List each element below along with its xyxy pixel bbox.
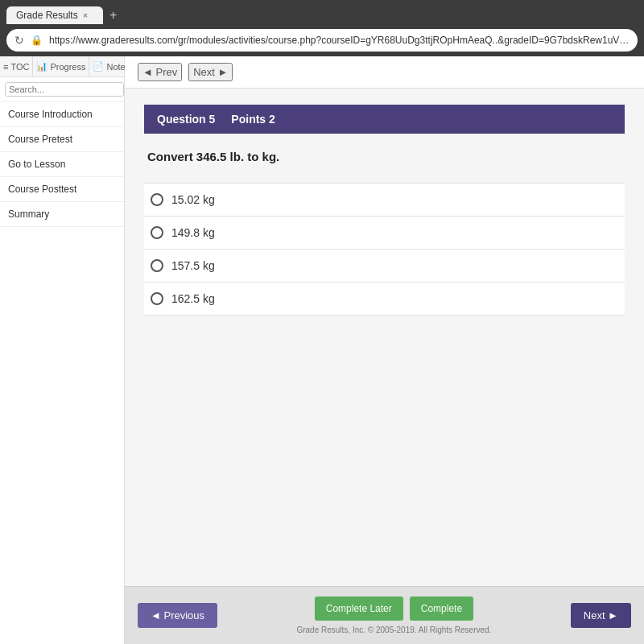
sidebar-item-course-intro[interactable]: Course Introduction: [0, 102, 124, 127]
tab-close-icon[interactable]: ×: [83, 10, 88, 20]
complete-later-button[interactable]: Complete Later: [315, 597, 403, 621]
option-4-label: 162.5 kg: [171, 292, 215, 305]
lock-icon: 🔒: [31, 35, 43, 46]
next-nav-button[interactable]: Next ►: [188, 63, 233, 81]
search-input[interactable]: [5, 82, 124, 97]
option-1-label: 15.02 kg: [171, 193, 215, 206]
question-number: Question 5: [157, 113, 215, 126]
sidebar-item-course-pretest[interactable]: Course Pretest: [0, 127, 124, 152]
option-3[interactable]: 157.5 kg: [144, 250, 625, 283]
radio-option-3[interactable]: [151, 259, 163, 272]
option-1[interactable]: 15.02 kg: [144, 183, 625, 217]
footer-center: Complete Later Complete Grade Results, I…: [296, 597, 491, 634]
browser-tab[interactable]: Grade Results ×: [6, 6, 103, 24]
new-tab-button[interactable]: +: [103, 5, 123, 26]
copyright-text: Grade Results, Inc. © 2005-2019. All Rig…: [296, 625, 491, 634]
option-2[interactable]: 149.8 kg: [144, 217, 625, 250]
sidebar: ≡ TOC 📊 Progress 📄 Notes 🔍 Course Introd…: [0, 56, 125, 644]
radio-option-2[interactable]: [151, 226, 163, 239]
reload-icon[interactable]: ↻: [14, 34, 24, 47]
bottom-bar: ◄ Previous Complete Later Complete Grade…: [125, 586, 644, 644]
tab-title: Grade Results: [16, 10, 78, 21]
option-3-label: 157.5 kg: [171, 259, 215, 272]
complete-button[interactable]: Complete: [410, 597, 473, 621]
next-bottom-button[interactable]: Next ►: [571, 603, 631, 628]
tab-progress[interactable]: 📊 Progress: [33, 56, 89, 76]
question-container: Question 5 Points 2 Convert 346.5 lb. to…: [125, 89, 644, 586]
sidebar-tab-bar: ≡ TOC 📊 Progress 📄 Notes: [0, 56, 124, 77]
question-text: Convert 346.5 lb. to kg.: [144, 150, 625, 163]
sidebar-item-summary[interactable]: Summary: [0, 202, 124, 227]
sidebar-search-bar: 🔍: [0, 77, 124, 102]
radio-option-1[interactable]: [151, 193, 163, 206]
sidebar-item-course-posttest[interactable]: Course Posttest: [0, 177, 124, 202]
options-list: 15.02 kg 149.8 kg 157.5 kg 162.5 kg: [144, 183, 625, 316]
radio-option-4[interactable]: [151, 292, 163, 305]
question-points: Points 2: [231, 113, 275, 126]
prev-nav-button[interactable]: ◄ Prev: [138, 63, 182, 81]
sidebar-item-go-to-lesson[interactable]: Go to Lesson: [0, 152, 124, 177]
previous-button[interactable]: ◄ Previous: [138, 603, 217, 628]
progress-icon: 📊: [36, 61, 47, 72]
url-bar[interactable]: https://www.graderesults.com/gr/modules/…: [49, 35, 630, 46]
content-area: ◄ Prev Next ► Question 5 Points 2 Conver…: [125, 56, 644, 644]
option-4[interactable]: 162.5 kg: [144, 283, 625, 316]
question-header: Question 5 Points 2: [144, 105, 625, 134]
tab-toc[interactable]: ≡ TOC: [0, 56, 33, 76]
toc-icon: ≡: [3, 62, 8, 72]
option-2-label: 149.8 kg: [171, 226, 215, 239]
notes-icon: 📄: [93, 61, 104, 72]
content-nav-bar: ◄ Prev Next ►: [125, 56, 644, 89]
sidebar-nav: Course Introduction Course Pretest Go to…: [0, 102, 124, 644]
